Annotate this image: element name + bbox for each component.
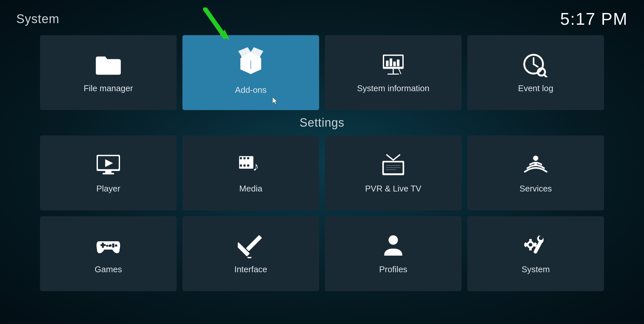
svg-rect-34 (244, 157, 246, 159)
svg-rect-57 (106, 245, 108, 247)
person-icon (379, 233, 408, 259)
settings-row-1: Player ♪ (40, 135, 604, 210)
svg-text:♪: ♪ (253, 160, 259, 173)
svg-point-40 (248, 159, 250, 162)
tile-profiles[interactable]: Profiles (325, 216, 462, 291)
svg-line-21 (398, 68, 401, 74)
tile-player-label: Player (96, 184, 120, 194)
monitor-play-icon (94, 152, 123, 178)
tile-system-information[interactable]: System information (325, 35, 462, 110)
tile-file-manager[interactable]: File manager (40, 35, 177, 110)
main-content: File manager (0, 32, 644, 303)
clock: 5:17 PM (560, 9, 628, 29)
tile-media[interactable]: ♪ Media (182, 135, 319, 210)
svg-rect-35 (247, 157, 249, 159)
svg-line-43 (393, 155, 400, 160)
settings-label: Settings (300, 116, 344, 130)
svg-point-50 (534, 163, 537, 166)
tile-games-label: Games (95, 264, 122, 275)
tile-profiles-label: Profiles (379, 264, 408, 275)
svg-point-65 (389, 235, 398, 245)
tile-pvr-live-tv[interactable]: PVR & Live TV (325, 135, 462, 210)
svg-line-62 (260, 240, 263, 243)
tile-event-log[interactable]: Event log (467, 35, 604, 110)
svg-line-63 (258, 241, 261, 244)
settings-row-2: Games Interface (40, 216, 604, 291)
svg-rect-18 (397, 60, 399, 66)
tile-add-ons[interactable]: Add-ons (182, 35, 319, 110)
tile-interface-label: Interface (234, 264, 267, 275)
tile-file-manager-label: File manager (84, 83, 133, 93)
tile-add-ons-label: Add-ons (235, 85, 267, 95)
svg-rect-37 (244, 164, 246, 166)
tile-event-log-label: Event log (518, 83, 553, 93)
svg-line-64 (256, 243, 259, 246)
svg-point-55 (112, 245, 114, 247)
gear-wrench-icon (521, 233, 550, 259)
folder-icon (94, 52, 123, 78)
svg-rect-68 (529, 239, 532, 242)
svg-rect-17 (393, 62, 396, 66)
svg-rect-0 (96, 61, 121, 75)
svg-rect-69 (529, 248, 532, 250)
tile-player[interactable]: Player (40, 135, 177, 210)
svg-rect-31 (102, 173, 114, 175)
wifi-broadcast-icon (521, 152, 550, 178)
svg-rect-33 (240, 157, 242, 159)
svg-rect-15 (386, 61, 389, 66)
pencil-ruler-icon (236, 233, 265, 259)
presentation-icon (379, 52, 408, 78)
svg-rect-16 (390, 59, 392, 66)
open-box-icon (236, 45, 265, 71)
tile-services[interactable]: Services (467, 135, 604, 210)
tile-system-label: System (522, 264, 550, 275)
tile-system[interactable]: System (467, 216, 604, 291)
clock-search-icon (521, 52, 550, 78)
tv-antenna-icon (379, 152, 408, 178)
svg-point-49 (533, 156, 538, 161)
svg-point-76 (539, 236, 543, 240)
page-title: System (16, 12, 60, 26)
tile-system-information-label: System information (357, 83, 430, 93)
tile-services-label: Services (519, 184, 552, 194)
svg-line-24 (534, 64, 538, 67)
tile-games[interactable]: Games (40, 216, 177, 291)
svg-line-26 (544, 75, 548, 77)
svg-rect-52 (102, 243, 104, 248)
svg-rect-36 (240, 164, 242, 166)
gamepad-icon (94, 233, 123, 259)
svg-point-67 (529, 243, 532, 247)
tile-interface[interactable]: Interface (182, 216, 319, 291)
media-icon: ♪ (236, 152, 265, 178)
svg-rect-30 (105, 171, 111, 173)
tile-media-label: Media (239, 184, 262, 194)
svg-rect-58 (109, 245, 111, 247)
svg-rect-38 (247, 164, 249, 166)
top-row: File manager (40, 35, 604, 110)
tile-pvr-live-tv-label: PVR & Live TV (365, 184, 422, 194)
svg-line-42 (387, 155, 393, 160)
svg-point-54 (115, 244, 117, 247)
